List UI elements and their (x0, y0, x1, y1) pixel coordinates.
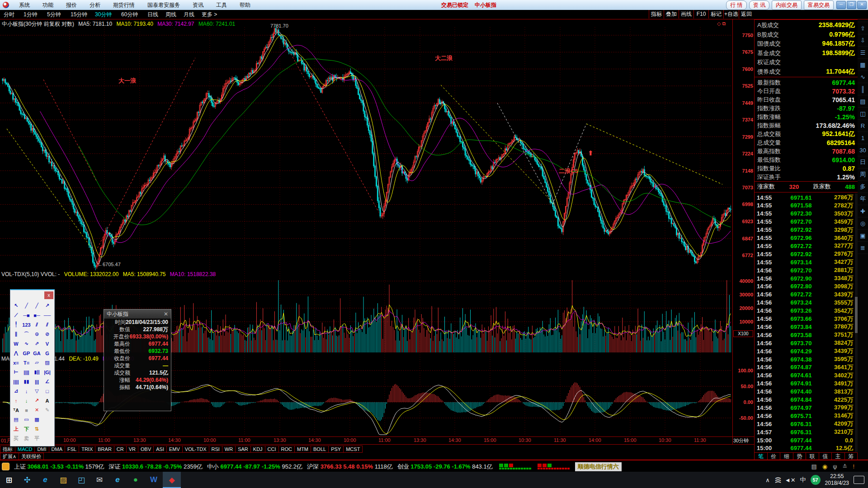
menu-item-7[interactable]: 工具 (210, 0, 233, 10)
drawing-tool-0-2[interactable]: ╱ (32, 301, 42, 310)
drawing-tool-10-2[interactable]: ↗ (32, 396, 42, 405)
drawing-tool-7-1[interactable]: |||| (21, 367, 32, 377)
drawing-tool-13-1[interactable]: 下 (21, 424, 32, 434)
period-item-日线[interactable]: 日线 (147, 11, 158, 19)
drawing-tool-3-3[interactable]: ⊘ (42, 329, 52, 339)
drawing-tool-9-2[interactable]: ▽ (32, 386, 42, 396)
drawing-tool-8-0[interactable]: |||| (11, 377, 21, 386)
right-toolbar-icon-8[interactable]: ◫ (858, 108, 868, 120)
drawing-tool-3-1[interactable]: ⌒ (21, 329, 32, 339)
drawing-tool-12-2[interactable]: ▩ (32, 415, 42, 424)
drawing-tool-14-0[interactable]: 买 (11, 434, 21, 443)
period-item-30分钟[interactable]: 30分钟 (95, 11, 112, 19)
drawing-tool-3-0[interactable]: ∥ (11, 329, 21, 339)
drawing-tool-1-0[interactable]: ⟋ (11, 310, 21, 320)
drawing-tool-13-0[interactable]: 上 (11, 424, 21, 434)
drawing-tool-9-0[interactable]: ⊿ (11, 386, 21, 396)
right-toolbar-icon-9[interactable]: R (858, 120, 868, 132)
extension-tab-0[interactable]: 扩展∧ (0, 453, 19, 460)
drawing-tool-6-3[interactable]: ▨ (42, 358, 52, 367)
drawing-tool-0-3[interactable]: ↗ (42, 301, 52, 310)
period-item-5分钟[interactable]: 5分钟 (47, 11, 61, 19)
drawing-tool-9-3[interactable]: □ (42, 386, 52, 396)
menu-item-8[interactable]: 帮助 (233, 0, 257, 10)
period-item-周线[interactable]: 周线 (165, 11, 176, 19)
toolbar-button-返回[interactable]: 返回 (739, 10, 754, 19)
drawing-tool-13-2[interactable]: ⇅ (32, 424, 42, 434)
right-toolbar-icon-19[interactable]: ≣ (858, 242, 868, 254)
right-toolbar-icon-18[interactable]: ▣ (858, 230, 868, 242)
menu-item-6[interactable]: 资讯 (186, 0, 210, 10)
right-toolbar-icon-7[interactable]: ▤ (858, 95, 868, 108)
extension-tab-1[interactable]: 关联报价 (19, 453, 44, 460)
drawing-tool-1-3[interactable]: ── (42, 310, 52, 320)
period-item-更多 >[interactable]: 更多 > (202, 11, 217, 19)
close-button[interactable]: ✕ (857, 1, 867, 9)
menu-item-1[interactable]: 功能 (36, 0, 60, 10)
close-icon[interactable]: ✕ (164, 311, 168, 317)
drawing-tool-5-3[interactable]: G (42, 348, 52, 358)
titlebar-button-0[interactable]: 行 情 (726, 0, 746, 10)
drawing-tool-11-2[interactable]: ✕ (32, 405, 42, 415)
menu-item-3[interactable]: 分析 (83, 0, 107, 10)
right-toolbar-icon-5[interactable]: ∿ (858, 71, 868, 83)
tray-ime-icon[interactable]: 中 (800, 476, 806, 484)
right-toolbar-icon-1[interactable]: ⇧ (858, 22, 868, 34)
drawing-tool-5-0[interactable]: ⋀ (11, 348, 21, 358)
right-toolbar-icon-14[interactable]: 多 (858, 181, 868, 193)
drawing-tool-3-2[interactable]: ⊙ (32, 329, 42, 339)
toolbar-button-F10[interactable]: F10 (693, 10, 708, 19)
right-toolbar-icon-11[interactable]: 30 (858, 144, 868, 156)
drawing-tool-8-2[interactable]: ||| (32, 377, 42, 386)
menu-item-2[interactable]: 报价 (60, 0, 83, 10)
drawing-tool-1-2[interactable]: ■─ (32, 310, 42, 320)
titlebar-button-3[interactable]: 富易交易 (804, 0, 834, 10)
right-toolbar-icon-16[interactable]: ✚ (858, 205, 868, 217)
alert-icon[interactable]: ! (853, 463, 854, 470)
titlebar-button-1[interactable]: 资 讯 (749, 0, 769, 10)
drawing-tool-10-3[interactable]: A (42, 396, 52, 405)
drawing-tool-5-1[interactable]: GP (21, 348, 32, 358)
minimize-button[interactable]: ─ (836, 1, 846, 9)
chart-corner-icons[interactable]: ◇ ⧉ (717, 21, 726, 27)
info-window-titlebar[interactable]: 中小板指 ✕ (104, 310, 171, 319)
report-icon[interactable]: ▤ (811, 463, 817, 470)
coin-icon[interactable]: ◉ (822, 463, 827, 470)
menu-item-5[interactable]: 国泰君安服务 (141, 0, 186, 10)
drawing-tool-7-0[interactable]: ⊢ (11, 367, 21, 377)
tray-expand-icon[interactable]: ∧ (765, 477, 770, 483)
right-toolbar-icon-6[interactable]: ║ (858, 83, 868, 95)
taskbar-green-app-icon[interactable]: ● (127, 472, 145, 488)
right-toolbar-icon-3[interactable]: ☰ (858, 47, 868, 59)
right-toolbar-icon-12[interactable]: 日 (858, 156, 868, 169)
toolbar-button-+自选[interactable]: +自选 (723, 10, 739, 19)
period-item-分时[interactable]: 分时 (4, 11, 14, 19)
drawing-tool-0-0[interactable]: ↖ (11, 301, 21, 310)
drawing-tool-5-2[interactable]: GA (32, 348, 42, 358)
drawing-tool-12-1[interactable]: ▭ (21, 415, 32, 424)
drawing-tool-14-2[interactable]: 平 (32, 434, 42, 443)
drawing-tool-6-0[interactable]: x≡ (11, 358, 21, 367)
taskbar-store-icon[interactable]: ◰ (72, 472, 90, 488)
drawing-tool-10-0[interactable]: ↑ (11, 396, 21, 405)
drawing-tool-2-1[interactable]: 123 (21, 320, 32, 329)
drawing-tool-1-1[interactable]: ─■ (21, 310, 32, 320)
taskbar-pinwheel-icon[interactable]: ✣ (18, 472, 36, 488)
drawing-tool-11-0[interactable]: ᵀA (11, 405, 21, 415)
drawing-tool-10-1[interactable]: ↓ (21, 396, 32, 405)
toolbar-button-画线[interactable]: 画线 (679, 10, 693, 19)
tray-clock[interactable]: 22:55 2018/4/23 (825, 473, 849, 487)
taskbar-ie-icon[interactable]: e (108, 472, 127, 488)
right-toolbar-icon-15[interactable]: 年 (858, 193, 868, 205)
toolbar-button-叠加[interactable]: 叠加 (664, 10, 679, 19)
right-toolbar-icon-17[interactable]: ◎ (858, 217, 868, 230)
toolbar-button-标记[interactable]: 标记 (708, 10, 723, 19)
drawing-tool-4-3[interactable]: V (42, 339, 52, 348)
right-toolbar-icon-10[interactable]: 1 (858, 132, 868, 144)
signal-icon[interactable]: ψ (833, 463, 837, 470)
taskbar-edge-icon[interactable]: e (36, 472, 54, 488)
right-toolbar-icon-4[interactable]: ▦ (858, 59, 868, 71)
drawing-tool-7-2[interactable]: ▮|| (32, 367, 42, 377)
scale-icon[interactable]: ≛ (842, 463, 847, 470)
drawing-tool-4-2[interactable]: ⇗ (32, 339, 42, 348)
